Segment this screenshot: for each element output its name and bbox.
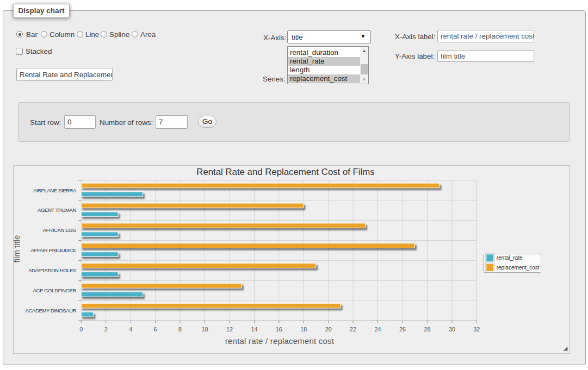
svg-text:rental rate / replacement cost: rental rate / replacement cost [225, 336, 335, 346]
svg-text:ACADEMY DINOSAUR: ACADEMY DINOSAUR [26, 308, 77, 313]
svg-text:Rental Rate and Replacement Co: Rental Rate and Replacement Cost of Film… [196, 167, 374, 177]
svg-text:0: 0 [79, 326, 83, 333]
svg-text:rental_rate: rental_rate [497, 255, 523, 261]
svg-text:20: 20 [325, 326, 332, 333]
svg-text:4: 4 [129, 326, 132, 333]
svg-text:24: 24 [374, 326, 381, 333]
svg-text:14: 14 [251, 326, 257, 333]
svg-text:ACE GOLDFINGER: ACE GOLDFINGER [33, 287, 76, 293]
svg-text:30: 30 [449, 326, 455, 333]
svg-text:AFFAIR PREJUDICE: AFFAIR PREJUDICE [31, 247, 76, 253]
svg-text:AFRICAN EGG: AFRICAN EGG [43, 227, 76, 233]
svg-text:8: 8 [178, 326, 182, 333]
svg-text:film title: film title [14, 235, 21, 263]
svg-text:AIRPLANE SIERRA: AIRPLANE SIERRA [33, 187, 77, 193]
svg-text:2: 2 [104, 326, 108, 333]
svg-text:28: 28 [424, 326, 430, 333]
svg-text:26: 26 [399, 326, 406, 333]
svg-text:32: 32 [473, 326, 480, 333]
svg-text:22: 22 [350, 326, 356, 333]
svg-text:16: 16 [276, 326, 282, 333]
svg-text:ADAPTATION HOLES: ADAPTATION HOLES [28, 267, 76, 273]
svg-text:18: 18 [300, 326, 307, 333]
svg-text:replacement_cost: replacement_cost [497, 265, 540, 271]
svg-text:12: 12 [226, 326, 233, 333]
svg-text:6: 6 [154, 326, 157, 333]
svg-text:AGENT TRUMAN: AGENT TRUMAN [38, 207, 77, 213]
svg-text:10: 10 [201, 326, 208, 333]
